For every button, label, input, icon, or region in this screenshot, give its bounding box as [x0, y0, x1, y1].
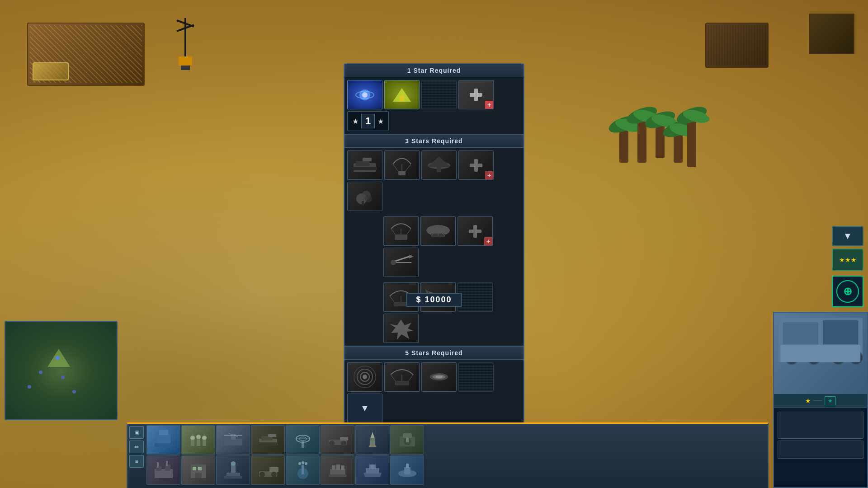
svg-rect-69: [340, 437, 348, 441]
money-text: $ 10000: [416, 295, 452, 304]
upgrade-item-add1[interactable]: +: [458, 150, 494, 180]
right-panel-divider: [813, 400, 822, 401]
unit-cannon[interactable]: [321, 425, 354, 455]
svg-point-71: [341, 441, 346, 446]
unit-soldiers[interactable]: [181, 425, 215, 455]
right-panel: ★ ★: [773, 312, 868, 488]
svg-point-22: [426, 225, 450, 236]
svg-point-39: [363, 375, 367, 379]
minimap-dot-2: [39, 371, 42, 374]
side-btn-2-icon: ⇔: [134, 444, 139, 450]
svg-marker-38: [390, 319, 414, 340]
unit-ship[interactable]: [355, 455, 389, 485]
svg-rect-6: [470, 93, 482, 97]
upgrade-item-smoke[interactable]: [347, 182, 382, 211]
section-5-stars-header: 5 Stars Required: [344, 347, 524, 360]
svg-rect-106: [329, 474, 347, 477]
compass-symbol: ⊕: [843, 285, 852, 298]
svg-line-24: [431, 234, 434, 236]
svg-point-41: [357, 369, 373, 385]
unit-defense[interactable]: [390, 425, 424, 455]
unit-helipad[interactable]: [216, 425, 250, 455]
side-btn-3[interactable]: ≡: [129, 455, 144, 468]
svg-point-52: [196, 435, 201, 439]
upgrade-item-parachute2[interactable]: [383, 216, 419, 246]
unit-grid: [146, 424, 768, 488]
add-icon: +: [485, 101, 493, 109]
svg-rect-110: [404, 467, 410, 474]
svg-rect-83: [157, 462, 159, 468]
upgrade-item-parachute1[interactable]: [384, 150, 420, 180]
upgrade-item-blimp[interactable]: [420, 216, 456, 246]
unit-bar: ▣ ⇔ ≡: [127, 422, 769, 488]
structure-top-right: [705, 23, 769, 68]
unit-building-blue[interactable]: [146, 425, 180, 455]
unit-building2[interactable]: [181, 455, 215, 485]
svg-rect-15: [474, 159, 478, 172]
svg-point-46: [435, 375, 443, 378]
upgrade-item-laser[interactable]: [383, 248, 419, 277]
svg-rect-43: [395, 381, 409, 385]
upgrade-item-1[interactable]: [347, 80, 382, 109]
compass-inner: ⊕: [836, 280, 859, 303]
upgrade-item-sonic[interactable]: [347, 362, 382, 392]
unit-boat[interactable]: [390, 455, 424, 485]
svg-marker-13: [428, 156, 450, 167]
svg-rect-105: [341, 465, 344, 470]
section-5-stars-label: 5 Stars Required: [405, 349, 462, 357]
svg-point-18: [362, 191, 371, 200]
section-5-stars-grid: ▼: [344, 360, 524, 426]
svg-rect-27: [473, 225, 477, 238]
svg-point-31: [391, 260, 396, 265]
unit-fountain[interactable]: [286, 455, 320, 485]
dropdown-button[interactable]: ▼: [347, 394, 382, 423]
side-btn-1[interactable]: ▣: [129, 426, 144, 439]
upgrade-item-4[interactable]: +: [458, 80, 494, 109]
nav-down-icon: ▼: [843, 231, 852, 241]
svg-point-44: [430, 373, 448, 380]
structure-top-right-2: [809, 14, 854, 54]
compass[interactable]: ⊕: [832, 276, 863, 307]
stars-display-button[interactable]: ★★★: [832, 249, 863, 271]
dropdown-arrow-icon: ▼: [360, 403, 369, 413]
svg-rect-86: [193, 467, 196, 470]
unit-artillery[interactable]: [251, 455, 285, 485]
svg-rect-56: [224, 439, 242, 446]
unit-missile[interactable]: [355, 425, 389, 455]
unit-tank[interactable]: [251, 425, 285, 455]
svg-rect-48: [155, 443, 173, 447]
side-btn-2[interactable]: ⇔: [129, 441, 144, 453]
minimap-dot-1: [56, 356, 59, 360]
svg-rect-91: [224, 476, 242, 479]
svg-point-70: [329, 441, 335, 446]
stars-display-icon: ★★★: [839, 256, 857, 263]
svg-rect-8: [356, 161, 369, 166]
upgrade-item-3[interactable]: [421, 80, 457, 109]
section-3-row1: +: [344, 148, 524, 214]
upgrade-item-locked1[interactable]: [458, 282, 493, 312]
svg-point-40: [360, 372, 369, 381]
svg-marker-32: [409, 255, 414, 258]
section-1-star-header: 1 Star Required: [344, 64, 524, 77]
right-panel-info: [774, 408, 867, 462]
unit-radar[interactable]: [286, 425, 320, 455]
section-1-star: 1 Star Required: [344, 64, 524, 135]
upgrade-item-bomber[interactable]: [421, 150, 457, 180]
upgrade-item-tank[interactable]: [347, 150, 382, 180]
svg-rect-20: [362, 201, 364, 206]
nav-down-button[interactable]: ▼: [832, 226, 863, 246]
minimap-dot-4: [61, 375, 65, 379]
unit-launcher2[interactable]: [321, 455, 354, 485]
upgrade-item-locked2[interactable]: [458, 362, 494, 392]
svg-marker-72: [370, 432, 375, 439]
upgrade-item-para-5[interactable]: [384, 362, 420, 392]
svg-point-19: [365, 195, 372, 202]
upgrade-item-blur[interactable]: [421, 362, 457, 392]
upgrade-item-add2[interactable]: +: [458, 216, 493, 246]
svg-rect-77: [403, 433, 412, 438]
unit-factory[interactable]: [146, 455, 180, 485]
unit-tower[interactable]: [216, 455, 250, 485]
money-display: $ 10000: [406, 293, 462, 307]
upgrade-item-2[interactable]: [384, 80, 420, 109]
upgrade-item-explosion[interactable]: [383, 314, 419, 343]
